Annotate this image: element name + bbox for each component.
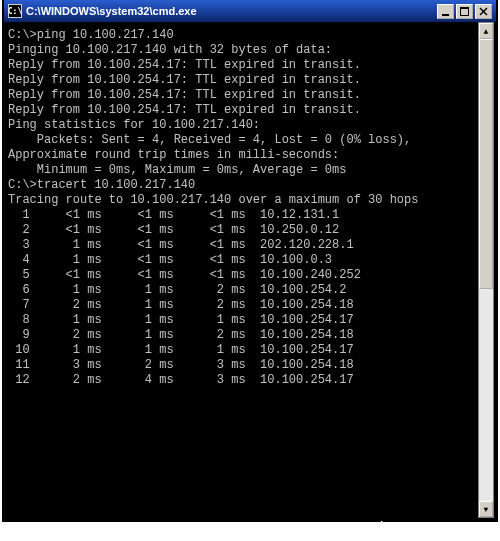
app-icon: C:\ xyxy=(8,4,22,18)
svg-rect-0 xyxy=(442,14,449,16)
command-tracert: C:\>tracert 10.100.217.140 xyxy=(8,178,492,193)
tracert-hop: 12 2 ms 4 ms 3 ms 10.100.254.17 xyxy=(8,373,492,388)
tracert-hop: 9 2 ms 1 ms 2 ms 10.100.254.18 xyxy=(8,328,492,343)
tracert-hop: 7 2 ms 1 ms 2 ms 10.100.254.18 xyxy=(8,298,492,313)
tracert-hop: 8 1 ms 1 ms 1 ms 10.100.254.17 xyxy=(8,313,492,328)
ping-reply: Reply from 10.100.254.17: TTL expired in… xyxy=(8,103,492,118)
tracert-hop: 2 <1 ms <1 ms <1 ms 10.250.0.12 xyxy=(8,223,492,238)
scroll-up-button[interactable]: ▲ xyxy=(479,23,493,39)
vertical-scrollbar[interactable]: ▲ ▼ xyxy=(478,22,494,518)
tracert-hop: 3 1 ms <1 ms <1 ms 202.120.228.1 xyxy=(8,238,492,253)
ping-rtt: Minimum = 0ms, Maximum = 0ms, Average = … xyxy=(8,163,492,178)
command-ping: C:\>ping 10.100.217.140 xyxy=(8,28,492,43)
window-controls xyxy=(437,4,492,19)
ping-header: Pinging 10.100.217.140 with 32 bytes of … xyxy=(8,43,492,58)
cmd-window: C:\ C:\WINDOWS\system32\cmd.exe C:\>ping… xyxy=(2,0,498,522)
scroll-thumb[interactable] xyxy=(479,39,493,289)
ping-rtt-header: Approximate round trip times in milli-se… xyxy=(8,148,492,163)
tracert-hop: 11 3 ms 2 ms 3 ms 10.100.254.18 xyxy=(8,358,492,373)
terminal-output[interactable]: C:\>ping 10.100.217.140Pinging 10.100.21… xyxy=(4,22,496,520)
scroll-track[interactable] xyxy=(479,39,493,501)
svg-rect-2 xyxy=(460,7,469,9)
close-button[interactable] xyxy=(475,4,492,19)
scroll-down-button[interactable]: ▼ xyxy=(479,501,493,517)
ping-reply: Reply from 10.100.254.17: TTL expired in… xyxy=(8,73,492,88)
tracert-hop: 4 1 ms <1 ms <1 ms 10.100.0.3 xyxy=(8,253,492,268)
ping-reply: Reply from 10.100.254.17: TTL expired in… xyxy=(8,88,492,103)
ping-reply: Reply from 10.100.254.17: TTL expired in… xyxy=(8,58,492,73)
tracert-hop: 1 <1 ms <1 ms <1 ms 10.12.131.1 xyxy=(8,208,492,223)
titlebar[interactable]: C:\ C:\WINDOWS\system32\cmd.exe xyxy=(4,0,496,22)
window-title: C:\WINDOWS\system32\cmd.exe xyxy=(26,5,437,17)
tracert-hop: 6 1 ms 1 ms 2 ms 10.100.254.2 xyxy=(8,283,492,298)
tracert-hop: 10 1 ms 1 ms 1 ms 10.100.254.17 xyxy=(8,343,492,358)
maximize-button[interactable] xyxy=(456,4,473,19)
ping-packets: Packets: Sent = 4, Received = 4, Lost = … xyxy=(8,133,492,148)
tracert-header: Tracing route to 10.100.217.140 over a m… xyxy=(8,193,492,208)
minimize-button[interactable] xyxy=(437,4,454,19)
tracert-hop: 5 <1 ms <1 ms <1 ms 10.100.240.252 xyxy=(8,268,492,283)
ping-stats-header: Ping statistics for 10.100.217.140: xyxy=(8,118,492,133)
